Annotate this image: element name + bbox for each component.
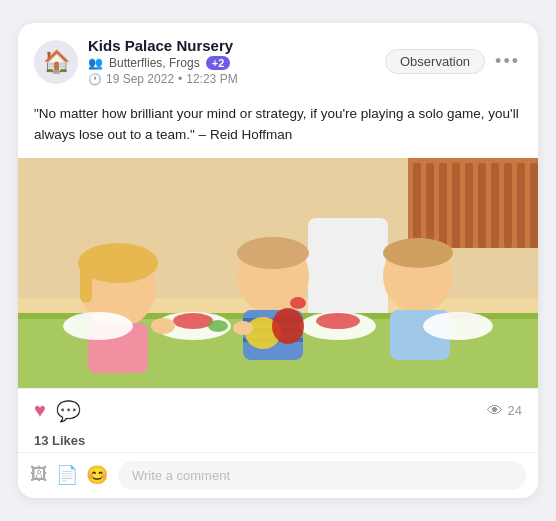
comment-icon-button[interactable]: 💬: [56, 399, 81, 423]
groups-row: 👥 Butterflies, Frogs +2: [88, 56, 375, 70]
people-icon: 👥: [88, 56, 103, 70]
comment-bar: 🖼 📄 😊 Write a comment: [18, 452, 538, 498]
svg-rect-6: [452, 163, 460, 248]
svg-rect-20: [80, 258, 92, 303]
post-time: 12:23 PM: [186, 72, 237, 86]
header-info: Kids Palace Nursery 👥 Butterflies, Frogs…: [88, 37, 375, 86]
svg-rect-9: [491, 163, 499, 248]
svg-point-41: [233, 321, 253, 335]
nursery-icon: 🏠: [43, 49, 70, 75]
heart-icon: ♥: [34, 399, 46, 422]
svg-point-34: [423, 312, 493, 340]
nursery-scene-svg: [18, 158, 538, 388]
document-attach-icon[interactable]: 📄: [56, 464, 78, 486]
svg-point-39: [208, 320, 228, 332]
svg-rect-12: [530, 163, 538, 248]
nursery-name: Kids Palace Nursery: [88, 37, 375, 54]
svg-rect-4: [426, 163, 434, 248]
observation-badge[interactable]: Observation: [385, 49, 485, 74]
svg-rect-3: [413, 163, 421, 248]
svg-point-42: [290, 297, 306, 309]
views-row: 👁 24: [487, 402, 522, 420]
groups-label: Butterflies, Frogs: [109, 56, 200, 70]
svg-point-40: [151, 318, 175, 334]
date-time-separator: •: [178, 72, 182, 86]
svg-rect-8: [478, 163, 486, 248]
svg-rect-11: [517, 163, 525, 248]
comment-input[interactable]: Write a comment: [118, 461, 526, 490]
more-options-button[interactable]: •••: [493, 51, 522, 72]
svg-point-31: [63, 312, 133, 340]
views-count: 24: [508, 403, 522, 418]
post-image: [18, 158, 538, 388]
svg-point-29: [383, 238, 453, 268]
header-actions: Observation •••: [385, 49, 522, 74]
svg-point-35: [173, 313, 213, 329]
post-card: 🏠 Kids Palace Nursery 👥 Butterflies, Fro…: [18, 23, 538, 498]
post-quote: "No matter how brilliant your mind or st…: [18, 94, 538, 158]
image-attach-icon[interactable]: 🖼: [30, 464, 48, 486]
svg-point-36: [316, 313, 360, 329]
svg-point-23: [237, 237, 309, 269]
svg-rect-5: [439, 163, 447, 248]
svg-point-38: [272, 308, 304, 344]
engagement-row: ♥ 💬 👁 24: [18, 388, 538, 433]
avatar: 🏠: [34, 40, 78, 84]
emoji-icon[interactable]: 😊: [86, 464, 108, 486]
likes-count-label: 13 Likes: [18, 433, 538, 452]
svg-rect-10: [504, 163, 512, 248]
post-date: 19 Sep 2022: [106, 72, 174, 86]
plus-badge[interactable]: +2: [206, 56, 231, 70]
like-button[interactable]: ♥: [34, 399, 46, 422]
clock-icon: 🕐: [88, 73, 102, 86]
card-header: 🏠 Kids Palace Nursery 👥 Butterflies, Fro…: [18, 23, 538, 94]
svg-rect-7: [465, 163, 473, 248]
time-row: 🕐 19 Sep 2022 • 12:23 PM: [88, 72, 375, 86]
comment-action-icons: 🖼 📄 😊: [30, 464, 108, 486]
eye-icon: 👁: [487, 402, 503, 420]
